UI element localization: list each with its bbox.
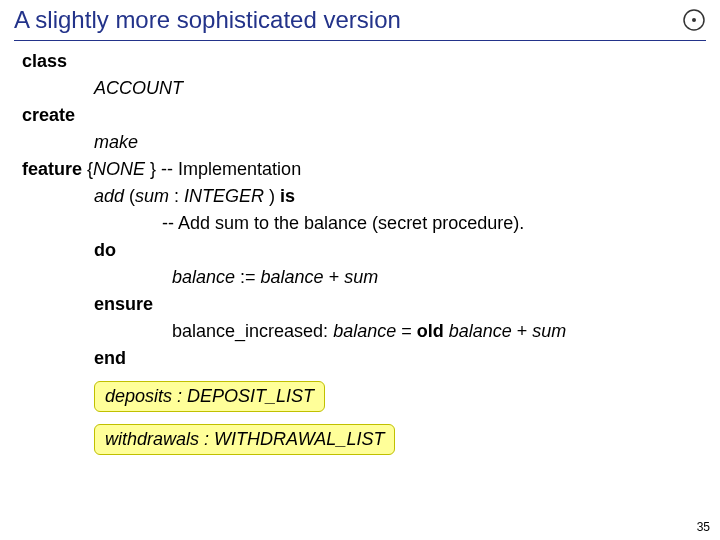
chair-logo-icon [682, 8, 706, 32]
kw-do: do [94, 240, 116, 260]
post-tag: balance_increased: [172, 321, 333, 341]
body-plus: + [324, 267, 345, 287]
deposits-decl: deposits : DEPOSIT_LIST [94, 381, 325, 412]
add-paren: ( [124, 186, 135, 206]
add-close: ) [264, 186, 280, 206]
kw-feature: feature [22, 159, 82, 179]
kw-end: end [94, 348, 126, 368]
feature-tail: } -- Implementation [150, 159, 301, 179]
kw-class: class [22, 51, 67, 71]
add-name: add [94, 186, 124, 206]
add-type: INTEGER [184, 186, 264, 206]
code-block: class ACCOUNT create make feature {NONE … [0, 41, 720, 455]
kw-old: old [417, 321, 444, 341]
kw-ensure: ensure [94, 294, 153, 314]
post-b2: balance [449, 321, 512, 341]
class-name: ACCOUNT [94, 78, 183, 98]
kw-is: is [280, 186, 295, 206]
feature-none: NONE [93, 159, 150, 179]
body-bal1: balance [172, 267, 235, 287]
create-proc: make [94, 132, 138, 152]
page-number: 35 [697, 520, 710, 534]
post-plus: + [512, 321, 533, 341]
add-colon: : [169, 186, 184, 206]
post-b1: balance [333, 321, 396, 341]
body-sum: sum [344, 267, 378, 287]
withdrawals-decl: withdrawals : WITHDRAWAL_LIST [94, 424, 395, 455]
add-comment: -- Add sum to the balance (secret proced… [162, 213, 524, 233]
kw-create: create [22, 105, 75, 125]
add-arg: sum [135, 186, 169, 206]
slide-title: A slightly more sophisticated version [14, 6, 401, 33]
body-bal2: balance [261, 267, 324, 287]
svg-point-1 [692, 18, 696, 22]
post-eq: = [396, 321, 417, 341]
body-assign: := [235, 267, 261, 287]
post-sum: sum [532, 321, 566, 341]
title-bar: A slightly more sophisticated version [0, 0, 720, 38]
